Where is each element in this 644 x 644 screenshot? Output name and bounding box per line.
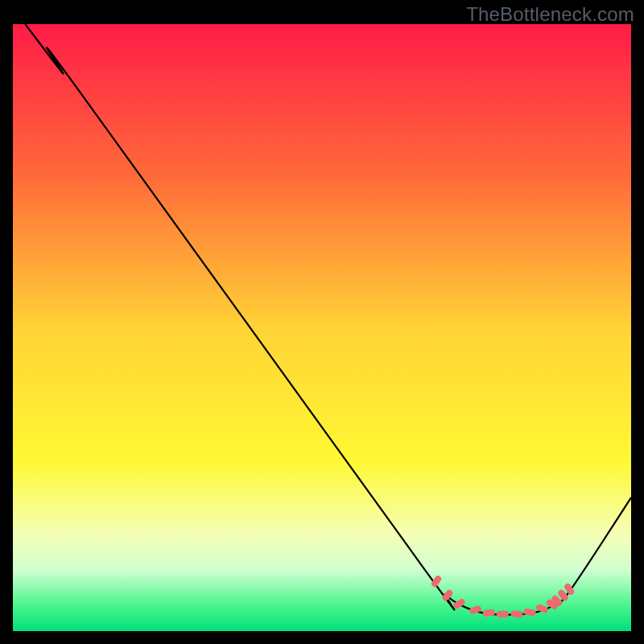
- curve-marker: [497, 611, 509, 617]
- bottleneck-chart: [13, 24, 631, 631]
- chart-frame: TheBottleneck.com: [0, 0, 644, 644]
- watermark-text: TheBottleneck.com: [466, 3, 634, 26]
- gradient-background: [13, 24, 631, 631]
- plot-area: [13, 24, 631, 631]
